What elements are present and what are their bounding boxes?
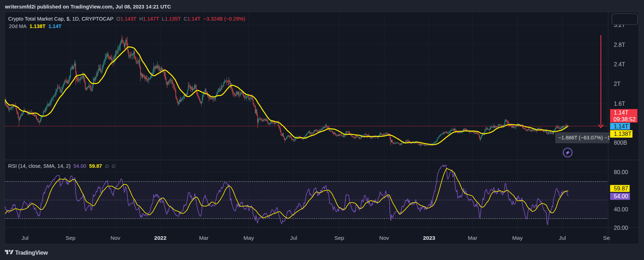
svg-text:Mar: Mar <box>468 235 477 241</box>
svg-text:40.00: 40.00 <box>614 206 628 212</box>
svg-text:Sep: Sep <box>334 235 344 241</box>
svg-text:TradingView: TradingView <box>15 249 48 256</box>
svg-text:800B: 800B <box>614 140 627 146</box>
svg-text:Jul: Jul <box>21 235 28 241</box>
svg-text:54.00: 54.00 <box>614 193 628 199</box>
svg-text:May: May <box>244 235 254 241</box>
svg-text:2.4T: 2.4T <box>614 61 625 67</box>
svg-text:1.14T: 1.14T <box>614 110 628 116</box>
svg-text:Nov: Nov <box>379 235 389 241</box>
svg-text:Jul: Jul <box>559 235 566 241</box>
svg-text:20.00: 20.00 <box>614 225 628 231</box>
svg-text:1.138T: 1.138T <box>614 131 632 137</box>
svg-text:1.6T: 1.6T <box>614 101 625 107</box>
svg-text:2T: 2T <box>614 81 621 87</box>
svg-text:Mar: Mar <box>199 235 209 241</box>
svg-text:09:38:52: 09:38:52 <box>613 116 635 122</box>
svg-text:59.87: 59.87 <box>614 186 628 192</box>
svg-text:May: May <box>512 235 523 241</box>
svg-text:2023: 2023 <box>423 235 435 241</box>
svg-text:Nov: Nov <box>110 235 120 241</box>
svg-text:1.14T: 1.14T <box>614 123 628 129</box>
svg-text:Sep: Sep <box>66 235 76 241</box>
svg-text:Jul: Jul <box>290 235 297 241</box>
svg-text:2022: 2022 <box>154 235 166 241</box>
svg-text:2.8T: 2.8T <box>614 42 625 48</box>
svg-text:80.00: 80.00 <box>614 169 628 175</box>
